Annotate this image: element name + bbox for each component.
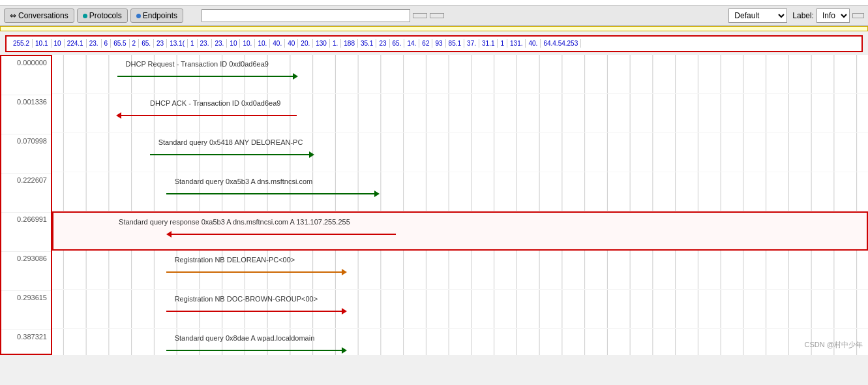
endpoint-item: 188 [341,39,358,48]
endpoint-item: 37. [464,39,479,48]
endpoint-item: 1 [498,39,507,48]
endpoints-select[interactable]: Default [728,8,787,23]
endpoint-item: 224.1 [65,39,87,48]
endpoint-item: 23 [376,39,389,48]
timestamp-item: 0.000000 [1,56,51,95]
packet-label: DHCP Request - Transaction ID 0xd0ad6ea9 [126,60,269,68]
endpoint-item: 65. [139,39,154,48]
packet-arrow [166,350,346,351]
endpoint-item: 93 [432,39,445,48]
endpoint-item: 40. [526,39,541,48]
watermark: CSDN @村中少年 [805,340,863,350]
packet-row[interactable]: Registration NB DOC-BROWN-GROUP<00> [52,290,868,329]
timestamp-item: 0.387321 [1,330,51,355]
arrow-head [166,231,172,238]
endpoint-item: 255.2 [10,39,33,48]
info-select[interactable]: Info [816,8,850,23]
packet-arrow [117,115,297,116]
reset-button[interactable] [852,13,864,18]
timestamp-item: 0.222607 [1,174,51,213]
endpoint-item: 10. [240,39,255,48]
endpoint-item: 35.1 [358,39,376,48]
packet-row[interactable]: DHCP ACK - Transaction ID 0xd0ad6ea9 [52,94,868,133]
endpoint-item: 85.1 [446,39,464,48]
packet-row[interactable]: Standard query 0xa5b3 A dns.msftncsi.com [52,172,868,211]
toolbar: ⇔ Conversations Protocols Endpoints Defa… [0,6,868,26]
apply-filter-button[interactable] [413,13,427,18]
packet-arrow [150,154,313,155]
endpoints-dot [136,14,141,18]
arrow-head [116,112,121,119]
endpoint-item: 10 [52,39,65,48]
arrow-head [309,151,314,158]
endpoint-item: 20. [298,39,313,48]
title-bar [0,0,868,6]
arrow-head [342,347,347,354]
packet-row[interactable]: Standard query 0x5418 ANY DELOREAN-PC [52,133,868,172]
endpoint-item: 65. [390,39,405,48]
packet-label: Standard query response 0xa5b3 A dns.msf… [119,218,350,226]
label-text: Label: [792,11,814,20]
protocols-dot [83,14,87,18]
timestamp-item: 0.293086 [1,252,51,291]
endpoint-item: 14. [404,39,419,48]
arrow-head [374,191,380,197]
packet-arrow [168,234,396,235]
endpoint-item: 23. [212,39,227,48]
endpoint-timeline: 255.210.110224.123.665.5265.2313.1(123.2… [5,35,863,52]
endpoint-item: 65.5 [111,39,129,48]
endpoint-item: 64.4.54.253 [541,39,581,48]
main-content: 0.0000000.0013360.0709980.2226070.266991… [0,55,868,355]
ladder-area: DHCP Request - Transaction ID 0xd0ad6ea9… [52,55,868,355]
packet-label: Standard query 0x8dae A wpad.localdomain [175,334,315,342]
timestamp-item: 0.293615 [1,291,51,330]
arrow-head [342,269,347,275]
endpoint-item: 31.1 [479,39,498,48]
timestamps-panel: 0.0000000.0013360.0709980.2226070.266991… [0,55,52,355]
arrow-head [293,73,298,80]
packet-arrow [166,193,378,194]
packet-label: Registration NB DOC-BROWN-GROUP<00> [175,295,318,303]
filter-section [199,9,721,22]
endpoint-item: 10. [255,39,270,48]
endpoints-control-section: Default Label: Info [726,8,864,23]
protocols-button[interactable]: Protocols [77,8,128,23]
endpoint-item: 13.1( [167,39,188,48]
endpoints-tab-button[interactable]: Endpoints [130,8,183,23]
conversations-button[interactable]: ⇔ Conversations [4,8,74,23]
display-filter-input[interactable] [202,9,410,22]
packet-row[interactable]: Standard query 0x8dae A wpad.localdomain [52,329,868,355]
packet-label: Standard query 0xa5b3 A dns.msftncsi.com [175,177,313,185]
packet-arrow [166,311,346,312]
endpoint-item: 130 [313,39,330,48]
endpoint-item: 6 [102,39,112,48]
packet-row[interactable]: Registration NB DELOREAN-PC<00> [52,251,868,290]
endpoint-item: 2 [130,39,140,48]
endpoint-item: 23. [87,39,102,48]
timestamp-item: 0.001336 [1,95,51,134]
endpoint-item: 10 [227,39,240,48]
endpoint-item: 23 [154,39,167,48]
packet-arrow [166,271,346,273]
endpoint-item: 1 [188,39,198,48]
endpoint-item: 1. [330,39,341,48]
packet-row[interactable]: DHCP Request - Transaction ID 0xd0ad6ea9 [52,55,868,94]
endpoint-item: 131. [507,39,526,48]
timestamp-item: 0.266991 [1,213,51,252]
endpoint-item: 23. [198,39,213,48]
packet-label: Registration NB DELOREAN-PC<00> [175,256,295,264]
arrow-head [342,308,347,315]
timestamp-item: 0.070998 [1,134,51,174]
endpoint-item: 62 [419,39,432,48]
endpoint-item: 10.1 [33,39,51,48]
note-bar [0,26,868,31]
packet-arrow [117,76,297,77]
endpoint-item: 40 [285,39,298,48]
packet-label: DHCP ACK - Transaction ID 0xd0ad6ea9 [150,99,280,107]
clear-filter-button[interactable] [430,13,444,18]
endpoint-item: 40. [270,39,285,48]
packet-row[interactable]: Standard query response 0xa5b3 A dns.msf… [52,211,868,251]
packet-label: Standard query 0x5418 ANY DELOREAN-PC [158,138,303,146]
